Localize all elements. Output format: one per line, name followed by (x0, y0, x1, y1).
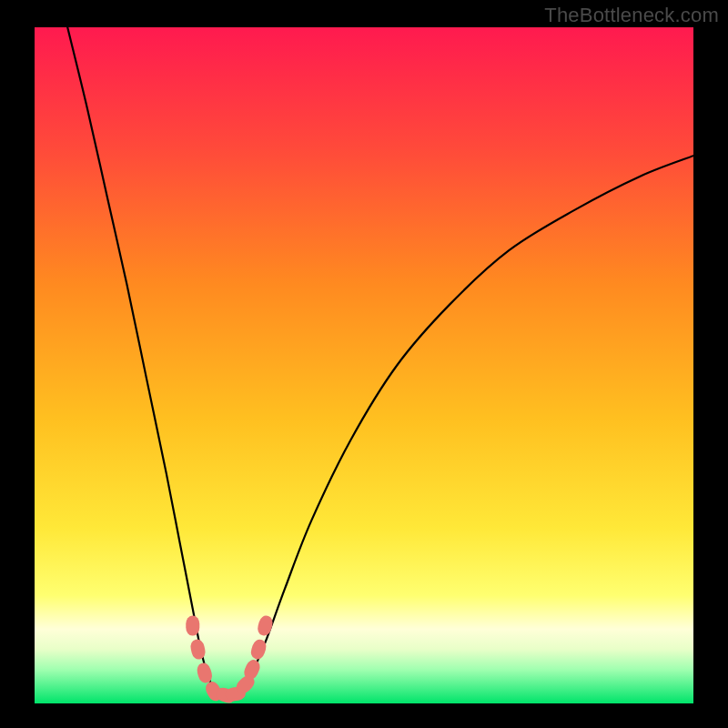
bottleneck-curve (67, 27, 693, 695)
curve-marker (189, 638, 207, 661)
chart-frame: TheBottleneck.com (0, 0, 728, 728)
curve-marker (256, 614, 274, 637)
curve-layer (35, 27, 693, 703)
curve-marker (186, 616, 199, 636)
curve-markers (186, 614, 274, 703)
watermark-text: TheBottleneck.com (544, 4, 719, 27)
curve-marker (196, 662, 214, 684)
plot-area (35, 27, 693, 703)
